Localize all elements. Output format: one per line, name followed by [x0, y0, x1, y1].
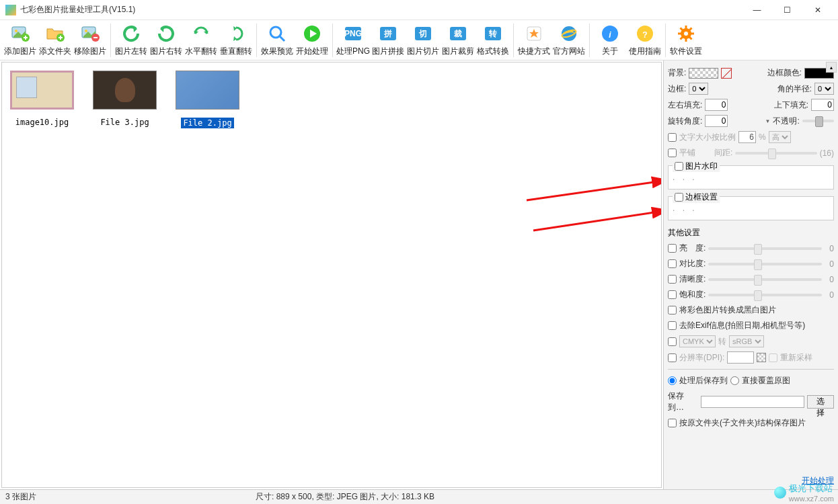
rotate-input[interactable]	[705, 115, 728, 127]
colorspace-checkbox[interactable]	[668, 337, 677, 346]
thumbnail-name: File 3.jpg	[100, 118, 149, 127]
save-to-label: 保存到…	[668, 390, 698, 413]
app-icon	[5, 5, 16, 15]
thumbnail-item[interactable]: File 2.jpg	[176, 71, 239, 128]
img-plus-icon	[9, 23, 31, 44]
border-settings-label: 边框设置	[685, 192, 718, 203]
tool-格式转换[interactable]: 转格式转换	[475, 22, 510, 59]
svg-point-36	[684, 32, 688, 36]
titlebar: 七彩色图片批量处理工具(V15.1) — ☐ ✕	[0, 0, 838, 20]
scroll-up-button[interactable]: ▴	[826, 62, 837, 73]
svg-line-8	[280, 36, 284, 41]
tool-label: 开始处理	[296, 46, 328, 57]
tool-官方网站[interactable]: 官方网站	[551, 22, 586, 59]
svg-text:PNG: PNG	[344, 29, 362, 38]
save-path-input[interactable]	[701, 396, 804, 408]
dpi-swatch	[757, 353, 766, 362]
maximize-button[interactable]: ☐	[772, 1, 802, 19]
dpi-input	[727, 351, 754, 364]
browse-button[interactable]: 选择	[807, 395, 834, 409]
no-color-icon[interactable]	[721, 68, 732, 79]
tool-图片右转[interactable]: 图片右转	[149, 22, 184, 59]
svg-text:转: 转	[488, 29, 497, 38]
keep-struct-checkbox[interactable]	[668, 419, 677, 427]
svg-point-5	[85, 30, 87, 32]
bg-swatch[interactable]	[689, 68, 718, 79]
tool-添加图片[interactable]: 添加图片	[3, 22, 38, 59]
close-button[interactable]: ✕	[802, 1, 833, 19]
tool-label: 快捷方式	[518, 46, 550, 57]
badge-icon: PNG	[342, 23, 364, 44]
opacity-arrow-icon[interactable]: ▼	[765, 118, 771, 124]
tool-label: 添加图片	[4, 46, 36, 57]
opacity-slider[interactable]	[802, 120, 834, 122]
tool-处理PNG[interactable]: PNG处理PNG	[336, 22, 371, 59]
tile-checkbox[interactable]	[668, 149, 677, 157]
status-count: 3 张图片	[5, 491, 36, 503]
tool-关于[interactable]: i关于	[593, 22, 627, 59]
tool-快捷方式[interactable]: 快捷方式	[517, 22, 551, 59]
tool-垂直翻转[interactable]: 垂直翻转	[219, 22, 254, 59]
svg-text:裁: 裁	[453, 29, 462, 38]
thumbnail-image	[10, 71, 74, 110]
sharpness-checkbox[interactable]	[668, 275, 677, 284]
scale-checkbox[interactable]	[668, 133, 677, 142]
flip-v-icon	[225, 23, 247, 44]
tool-水平翻转[interactable]: 水平翻转	[184, 22, 219, 59]
pad-tb-input[interactable]	[811, 99, 834, 111]
thumbnail-item[interactable]: image10.jpg	[10, 71, 74, 127]
tool-使用指南[interactable]: ?使用指南	[627, 22, 662, 59]
tool-label: 图片左转	[115, 46, 147, 57]
tool-label: 格式转换	[477, 46, 509, 57]
bg-label: 背景:	[668, 67, 686, 79]
ie-icon	[558, 23, 580, 44]
badge-icon: 转	[482, 23, 504, 44]
tool-图片左转[interactable]: 图片左转	[114, 22, 149, 59]
contrast-value: 0	[825, 259, 834, 269]
tool-label: 图片裁剪	[442, 46, 474, 57]
bw-checkbox[interactable]	[668, 306, 677, 314]
exif-checkbox[interactable]	[668, 321, 677, 330]
image-watermark-section: 图片水印 . . .	[668, 165, 834, 190]
tile-label: 平铺	[679, 147, 695, 159]
tool-图片切片[interactable]: 切图片切片	[406, 22, 441, 59]
tool-图片裁剪[interactable]: 裁图片裁剪	[441, 22, 475, 59]
image-watermark-checkbox[interactable]	[675, 162, 683, 171]
pad-lr-label: 左右填充:	[668, 99, 702, 111]
saturation-checkbox[interactable]	[668, 290, 677, 299]
overwrite-label: 直接覆盖原图	[742, 375, 790, 386]
thumbnail-item[interactable]: File 3.jpg	[93, 71, 157, 127]
svg-text:?: ?	[642, 30, 647, 40]
thumbnail-image	[93, 71, 157, 110]
tool-软件设置[interactable]: 软件设置	[669, 22, 703, 59]
border-select[interactable]: 0	[689, 83, 708, 95]
sharpness-value: 0	[825, 275, 834, 284]
border-label: 边框:	[668, 83, 686, 95]
tool-开始处理[interactable]: 开始处理	[295, 22, 330, 59]
watermark-icon	[774, 487, 786, 499]
save-after-radio[interactable]	[668, 376, 677, 385]
tool-label: 关于	[602, 46, 618, 57]
star-icon	[523, 23, 545, 44]
thumbnail-name: image10.jpg	[15, 118, 69, 127]
opacity-label: 不透明:	[773, 116, 799, 127]
brightness-checkbox[interactable]	[668, 244, 677, 253]
dpi-checkbox[interactable]	[668, 353, 677, 362]
radius-select[interactable]: 0	[814, 83, 834, 95]
watermark-brand: 极光下载站	[789, 483, 833, 493]
contrast-checkbox[interactable]	[668, 259, 677, 268]
brightness-slider	[708, 247, 822, 250]
tool-移除图片[interactable]: 移除图片	[73, 22, 108, 59]
tool-label: 图片切片	[407, 46, 439, 57]
border-settings-checkbox[interactable]	[675, 193, 683, 202]
svg-point-7	[270, 27, 281, 38]
overwrite-radio[interactable]	[730, 376, 739, 385]
thumbnail-name: File 2.jpg	[181, 118, 233, 128]
tool-效果预览[interactable]: 效果预览	[260, 22, 295, 59]
flip-h-icon	[190, 23, 212, 44]
tool-图片拼接[interactable]: 拼图片拼接	[371, 22, 406, 59]
tool-添文件夹[interactable]: 添文件夹	[38, 22, 73, 59]
thumbnail-pane[interactable]: image10.jpgFile 3.jpgFile 2.jpg	[1, 62, 662, 488]
minimize-button[interactable]: —	[742, 1, 772, 19]
pad-lr-input[interactable]	[705, 99, 728, 111]
